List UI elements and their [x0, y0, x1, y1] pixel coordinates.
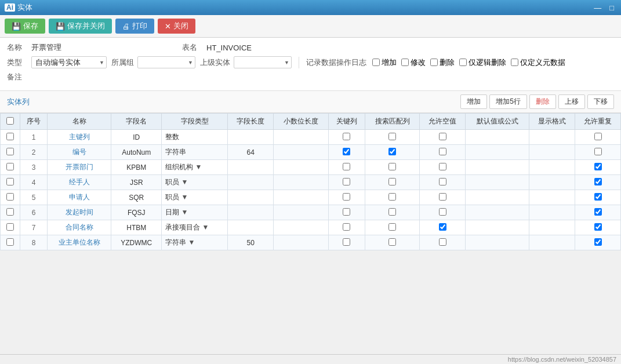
keycol-checkbox[interactable]	[343, 133, 350, 140]
searchcol-checkbox[interactable]	[388, 163, 396, 170]
custom-data-checkbox[interactable]	[511, 59, 518, 66]
searchcol-checkbox[interactable]	[388, 208, 396, 216]
row-name[interactable]: 申请人	[48, 190, 111, 205]
minimize-button[interactable]: —	[591, 3, 604, 12]
edit-label: 修改	[411, 57, 426, 68]
row-name[interactable]: 经手人	[48, 175, 111, 190]
soft-delete-checkbox[interactable]	[459, 59, 467, 66]
dropdown-icon[interactable]: ▼	[195, 163, 202, 171]
keycol-checkbox[interactable]	[343, 163, 350, 170]
keycol-checkbox[interactable]	[343, 193, 350, 201]
allownull-checkbox[interactable]	[439, 163, 446, 170]
delete-checkbox[interactable]	[430, 59, 438, 66]
keycol-checkbox[interactable]	[343, 238, 350, 246]
allownull-checkbox[interactable]	[439, 193, 446, 201]
custom-data-checkbox-label[interactable]: 仅定义元数据	[511, 57, 565, 68]
row-name[interactable]: 编号	[48, 145, 111, 160]
edit-checkbox[interactable]	[401, 59, 409, 66]
parent-select[interactable]	[234, 56, 292, 68]
row-default	[466, 220, 529, 235]
keycol-checkbox[interactable]	[343, 223, 350, 231]
add-checkbox[interactable]	[372, 59, 380, 66]
allowdup-checkbox[interactable]	[594, 208, 602, 216]
row-allowdup	[575, 235, 621, 250]
dropdown-icon[interactable]: ▼	[181, 178, 188, 186]
table-row: 6发起时间FQSJ日期 ▼	[1, 205, 621, 220]
allowdup-checkbox[interactable]	[594, 178, 602, 185]
row-displayfmt	[529, 235, 575, 250]
row-checkbox[interactable]	[6, 178, 14, 185]
searchcol-checkbox[interactable]	[388, 148, 396, 155]
row-displayfmt	[529, 145, 575, 160]
keycol-checkbox[interactable]	[343, 178, 350, 185]
searchcol-checkbox[interactable]	[388, 238, 396, 246]
row-searchcol	[365, 160, 419, 175]
save-close-button[interactable]: 💾 保存并关闭	[49, 19, 112, 34]
table-body: 1主键列ID整数2编号AutoNum字符串643开票部门KPBM组织机构 ▼4经…	[1, 130, 621, 250]
move-down-button[interactable]: 下移	[587, 94, 614, 109]
note-label: 备注	[7, 72, 28, 82]
allownull-checkbox[interactable]	[439, 178, 446, 185]
select-all-checkbox[interactable]	[6, 117, 14, 125]
add-checkbox-label[interactable]: 增加	[372, 57, 397, 68]
row-name[interactable]: 业主单位名称	[48, 235, 111, 250]
title-bar-controls: — □	[591, 3, 616, 12]
delete-row-button[interactable]: 删除	[529, 94, 556, 109]
group-select[interactable]	[137, 56, 195, 68]
table-row: 4经手人JSR职员 ▼	[1, 175, 621, 190]
allowdup-checkbox[interactable]	[594, 193, 602, 201]
allownull-checkbox[interactable]	[439, 238, 446, 246]
row-default	[466, 160, 529, 175]
row-checkbox[interactable]	[6, 163, 14, 170]
parent-label: 上级实体	[200, 57, 230, 68]
row-name[interactable]: 发起时间	[48, 205, 111, 220]
add-row-button[interactable]: 增加	[460, 94, 487, 109]
dropdown-icon[interactable]: ▼	[202, 223, 209, 231]
maximize-button[interactable]: □	[607, 3, 616, 12]
row-checkbox[interactable]	[6, 238, 14, 246]
row-name[interactable]: 主键列	[48, 130, 111, 145]
row-checkbox[interactable]	[6, 133, 14, 140]
form-row-note: 备注	[7, 72, 614, 82]
searchcol-checkbox[interactable]	[388, 178, 396, 185]
row-searchcol	[365, 130, 419, 145]
dropdown-icon[interactable]: ▼	[181, 208, 188, 216]
dropdown-icon[interactable]: ▼	[188, 238, 195, 246]
row-displayfmt	[529, 130, 575, 145]
keycol-checkbox[interactable]	[343, 148, 350, 155]
row-checkbox[interactable]	[6, 208, 14, 216]
row-name[interactable]: 合同名称	[48, 220, 111, 235]
allownull-checkbox[interactable]	[439, 133, 446, 140]
allowdup-checkbox[interactable]	[594, 163, 602, 170]
allownull-checkbox[interactable]	[439, 208, 446, 216]
edit-checkbox-label[interactable]: 修改	[401, 57, 426, 68]
searchcol-checkbox[interactable]	[388, 193, 396, 201]
searchcol-checkbox[interactable]	[388, 223, 396, 231]
row-checkbox[interactable]	[6, 148, 14, 155]
dropdown-icon[interactable]: ▼	[181, 193, 188, 201]
allowdup-checkbox[interactable]	[594, 133, 602, 140]
save-button[interactable]: 💾 保存	[5, 19, 45, 34]
allownull-checkbox[interactable]	[439, 148, 446, 155]
delete-checkbox-label[interactable]: 删除	[430, 57, 455, 68]
row-checkbox[interactable]	[6, 193, 14, 201]
move-up-button[interactable]: 上移	[558, 94, 585, 109]
th-allownull: 允许空值	[420, 114, 466, 130]
allowdup-checkbox[interactable]	[594, 238, 602, 246]
row-searchcol	[365, 205, 419, 220]
row-fieldname: SQR	[111, 190, 162, 205]
type-select[interactable]: 自动编号实体	[31, 56, 107, 68]
close-button[interactable]: ✕ 关闭	[158, 19, 195, 34]
add5-row-button[interactable]: 增加5行	[489, 94, 527, 109]
keycol-checkbox[interactable]	[343, 208, 350, 216]
row-fieldlen	[228, 130, 274, 145]
table-label: 表名	[182, 42, 203, 53]
row-name[interactable]: 开票部门	[48, 160, 111, 175]
searchcol-checkbox[interactable]	[388, 133, 396, 140]
row-checkbox[interactable]	[6, 223, 14, 231]
allowdup-checkbox[interactable]	[594, 148, 602, 155]
print-button[interactable]: 🖨 打印	[115, 19, 154, 34]
allowdup-checkbox[interactable]	[594, 223, 602, 231]
allownull-checkbox[interactable]	[439, 223, 446, 231]
soft-delete-checkbox-label[interactable]: 仅逻辑删除	[459, 57, 506, 68]
